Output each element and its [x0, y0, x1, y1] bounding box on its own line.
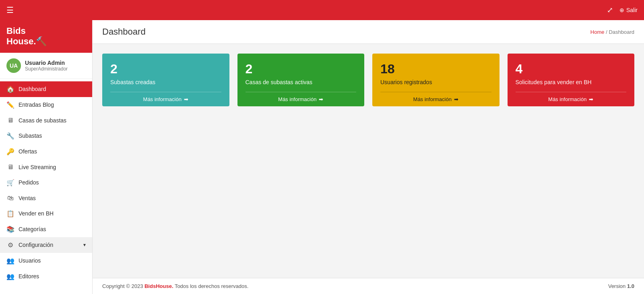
- sidebar-item-label: Editores: [19, 273, 39, 280]
- stat-number-casas: 2: [246, 62, 357, 77]
- version-number: 1.0: [627, 283, 634, 289]
- hamburger-icon[interactable]: ☰: [6, 5, 14, 15]
- avatar: UA: [6, 58, 21, 73]
- stat-label-subastas: Subastas creadas: [110, 79, 221, 85]
- sidebar-nav: 🏠 Dashboard ✏️ Entradas Blog 🖥 Casas de …: [0, 79, 92, 294]
- config-icon: ⚙: [6, 241, 14, 249]
- footer-rights: Todos los derechos reservados.: [173, 283, 249, 289]
- sidebar-item-streaming[interactable]: 🖥 Live Streaming: [0, 159, 92, 175]
- vender-icon: 📋: [6, 210, 14, 217]
- sidebar-brand: BidsHouse.🔨: [0, 20, 92, 53]
- casas-icon: 🖥: [6, 117, 14, 124]
- sidebar-item-ventas[interactable]: 🛍 Ventas: [0, 190, 92, 206]
- sidebar-item-label: Categorías: [19, 226, 46, 232]
- editores-icon: 👥: [6, 273, 14, 280]
- sidebar-item-blog[interactable]: ✏️ Entradas Blog: [0, 97, 92, 113]
- sidebar-item-label: Entradas Blog: [19, 101, 54, 108]
- content-header: Dashboard Home / Dashboard: [93, 20, 644, 44]
- stat-number-subastas: 2: [110, 62, 221, 77]
- brand-icon: 🔨: [36, 36, 47, 46]
- sidebar-item-editores[interactable]: 👥 Editores: [0, 269, 92, 284]
- ventas-icon: 🛍: [6, 195, 14, 202]
- sidebar: BidsHouse.🔨 UA Usuario Admin SuperAdmini…: [0, 20, 93, 294]
- logout-icon: ⊕: [619, 7, 624, 13]
- stat-footer-subastas[interactable]: Más información ➡: [110, 92, 221, 106]
- breadcrumb: Home / Dashboard: [590, 29, 634, 35]
- user-info: Usuario Admin SuperAdministrador: [25, 60, 68, 72]
- stat-footer-label: Más información: [278, 96, 316, 102]
- chevron-down-icon: ▾: [83, 242, 86, 248]
- content-area: Dashboard Home / Dashboard 2 Subastas cr…: [93, 20, 644, 294]
- categorias-icon: 📚: [6, 226, 14, 233]
- stat-label-usuarios: Usuarios registrados: [380, 79, 491, 85]
- user-role: SuperAdministrador: [25, 66, 68, 72]
- stat-footer-casas[interactable]: Más información ➡: [246, 92, 357, 106]
- stat-footer-label: Más información: [413, 96, 452, 102]
- sidebar-item-label: Configuración: [19, 242, 53, 248]
- streaming-icon: 🖥: [6, 164, 14, 171]
- navbar-left: ☰: [6, 5, 14, 15]
- stat-card-casas: 2 Casas de subastas activas Más informac…: [237, 54, 365, 106]
- stat-number-usuarios: 18: [380, 62, 491, 77]
- user-name: Usuario Admin: [25, 60, 68, 66]
- sidebar-item-config[interactable]: ⚙ Configuración ▾: [0, 237, 92, 253]
- arrow-circle-icon: ➡: [454, 96, 458, 102]
- logout-button[interactable]: ⊕ Salir: [619, 7, 638, 13]
- breadcrumb-home[interactable]: Home: [590, 29, 605, 35]
- stat-card-solicitudes: 4 Solicitudes para vender en BH Más info…: [508, 54, 635, 106]
- sidebar-item-label: Ventas: [19, 195, 36, 201]
- expand-icon[interactable]: ⤢: [607, 6, 613, 14]
- sidebar-item-usuarios[interactable]: 👥 Usuarios: [0, 253, 92, 269]
- sidebar-item-categorias[interactable]: 📚 Categorías: [0, 222, 92, 237]
- logout-label: Salir: [626, 7, 638, 13]
- sidebar-item-pedidos[interactable]: 🛒 Pedidos: [0, 175, 92, 190]
- home-icon: 🏠: [6, 85, 14, 93]
- content-body: 2 Subastas creadas Más información ➡ 2 C…: [93, 44, 644, 278]
- sidebar-item-label: Dashboard: [19, 86, 46, 92]
- stat-label-solicitudes: Solicitudes para vender en BH: [516, 79, 627, 85]
- usuarios-icon: 👥: [6, 257, 14, 265]
- sidebar-item-casas[interactable]: 🖥 Casas de subastas: [0, 113, 92, 128]
- navbar-right: ⤢ ⊕ Salir: [607, 6, 638, 14]
- avatar-initials: UA: [10, 62, 18, 69]
- version-label: Version: [608, 283, 627, 289]
- stat-footer-usuarios[interactable]: Más información ➡: [380, 92, 491, 106]
- sidebar-item-label: Pedidos: [19, 179, 39, 186]
- arrow-circle-icon: ➡: [184, 96, 188, 102]
- footer-copyright: Copyright © 2023 BidsHouse. Todos los de…: [102, 283, 248, 289]
- brand-text: BidsHouse.🔨: [6, 26, 47, 47]
- sidebar-item-label: Ofertas: [19, 148, 37, 155]
- content-footer: Copyright © 2023 BidsHouse. Todos los de…: [93, 278, 644, 294]
- ofertas-icon: 🔑: [6, 148, 14, 155]
- sidebar-item-vender[interactable]: 📋 Vender en BH: [0, 206, 92, 222]
- pedidos-icon: 🛒: [6, 179, 14, 186]
- sidebar-item-label: Live Streaming: [19, 164, 56, 170]
- main-layout: BidsHouse.🔨 UA Usuario Admin SuperAdmini…: [0, 20, 644, 294]
- stat-cards: 2 Subastas creadas Más información ➡ 2 C…: [102, 54, 634, 106]
- sidebar-item-subastas[interactable]: 🔧 Subastas: [0, 128, 92, 144]
- stat-card-subastas: 2 Subastas creadas Más información ➡: [102, 54, 229, 106]
- sidebar-user: UA Usuario Admin SuperAdministrador: [0, 53, 92, 79]
- page-title: Dashboard: [102, 27, 146, 37]
- stat-label-casas: Casas de subastas activas: [246, 79, 357, 85]
- top-navbar: ☰ ⤢ ⊕ Salir: [0, 0, 644, 20]
- blog-icon: ✏️: [6, 101, 14, 109]
- sidebar-item-dashboard[interactable]: 🏠 Dashboard: [0, 81, 92, 97]
- breadcrumb-current: Dashboard: [609, 29, 634, 35]
- footer-copyright-text: Copyright © 2023: [102, 283, 144, 289]
- stat-card-usuarios: 18 Usuarios registrados Más información …: [372, 54, 500, 106]
- footer-version: Version 1.0: [608, 283, 634, 289]
- arrow-circle-icon: ➡: [319, 96, 323, 102]
- stat-footer-solicitudes[interactable]: Más información ➡: [516, 92, 627, 106]
- arrow-circle-icon: ➡: [589, 96, 593, 102]
- stat-footer-label: Más información: [143, 96, 182, 102]
- sidebar-item-label: Casas de subastas: [19, 117, 66, 124]
- sidebar-item-label: Vender en BH: [19, 210, 54, 217]
- subastas-icon: 🔧: [6, 132, 14, 140]
- sidebar-item-ofertas[interactable]: 🔑 Ofertas: [0, 144, 92, 159]
- stat-footer-label: Más información: [548, 96, 586, 102]
- sidebar-item-label: Usuarios: [19, 257, 41, 264]
- stat-number-solicitudes: 4: [516, 62, 627, 77]
- sidebar-item-label: Subastas: [19, 133, 42, 139]
- footer-brand: BidsHouse.: [144, 283, 173, 289]
